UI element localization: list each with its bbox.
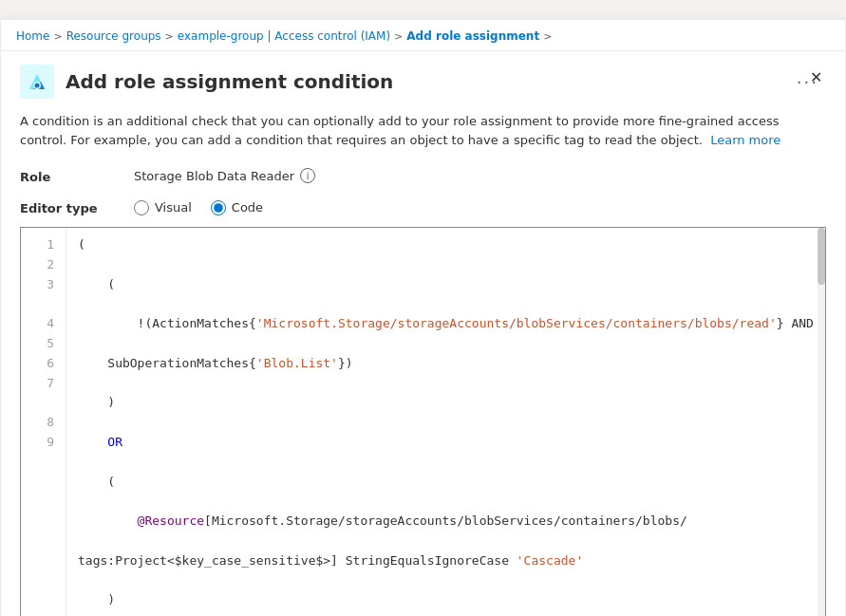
header: Add role assignment condition ··· ✕	[1, 51, 845, 108]
line-numbers: 1 2 3 4 5 6 7 8 9	[21, 228, 66, 616]
breadcrumb: Home > Resource groups > example-group |…	[1, 20, 845, 51]
breadcrumb-iam[interactable]: example-group | Access control (IAM)	[178, 29, 390, 43]
line-num-11: 9	[21, 433, 66, 453]
line-num-8: 7	[21, 374, 66, 394]
role-info-icon[interactable]: i	[300, 168, 315, 183]
scrollbar-track[interactable]	[818, 228, 825, 616]
breadcrumb-current: Add role assignment	[406, 29, 539, 43]
editor-type-options: Visual Code	[134, 200, 263, 215]
line-num-4	[21, 294, 66, 314]
code-label: Code	[232, 200, 263, 215]
code-content[interactable]: ( ( !(ActionMatches{'Microsoft.Storage/s…	[66, 228, 818, 616]
close-button[interactable]: ✕	[802, 65, 830, 90]
line-num-2: 2	[21, 255, 66, 275]
line-num-7: 6	[21, 354, 66, 374]
description-text: A condition is an additional check that …	[20, 108, 826, 149]
line-num-6: 5	[21, 334, 66, 354]
visual-label: Visual	[155, 200, 192, 215]
editor-type-label: Editor type	[20, 199, 134, 215]
breadcrumb-sep-1: >	[53, 30, 62, 43]
editor-type-visual[interactable]: Visual	[134, 200, 192, 215]
visual-radio[interactable]	[134, 200, 149, 215]
line-num-3: 3	[21, 275, 66, 295]
editor-type-code[interactable]: Code	[211, 200, 263, 215]
panel-icon	[20, 65, 54, 99]
breadcrumb-sep-4: >	[543, 30, 552, 43]
code-editor[interactable]: 1 2 3 4 5 6 7 8 9 ( ( !(ActionMatches{'M…	[20, 227, 826, 616]
line-num-5: 4	[21, 314, 66, 334]
learn-more-link[interactable]: Learn more	[710, 133, 780, 147]
svg-point-2	[35, 84, 40, 88]
line-num-9	[21, 393, 66, 413]
line-num-1: 1	[21, 235, 66, 255]
code-radio[interactable]	[211, 200, 226, 215]
role-label: Role	[20, 168, 134, 184]
role-row: Role Storage Blob Data Reader i	[20, 168, 826, 184]
content-area: A condition is an additional check that …	[1, 108, 845, 616]
scrollbar-thumb[interactable]	[818, 228, 825, 285]
panel: Home > Resource groups > example-group |…	[0, 19, 846, 616]
role-value: Storage Blob Data Reader i	[134, 168, 315, 183]
page-title: Add role assignment condition	[66, 70, 778, 93]
breadcrumb-sep-2: >	[165, 30, 174, 43]
breadcrumb-home[interactable]: Home	[16, 29, 49, 43]
breadcrumb-sep-3: >	[394, 30, 403, 43]
editor-type-row: Editor type Visual Code	[20, 199, 826, 215]
line-num-10: 8	[21, 413, 66, 433]
breadcrumb-resource-groups[interactable]: Resource groups	[66, 29, 161, 43]
